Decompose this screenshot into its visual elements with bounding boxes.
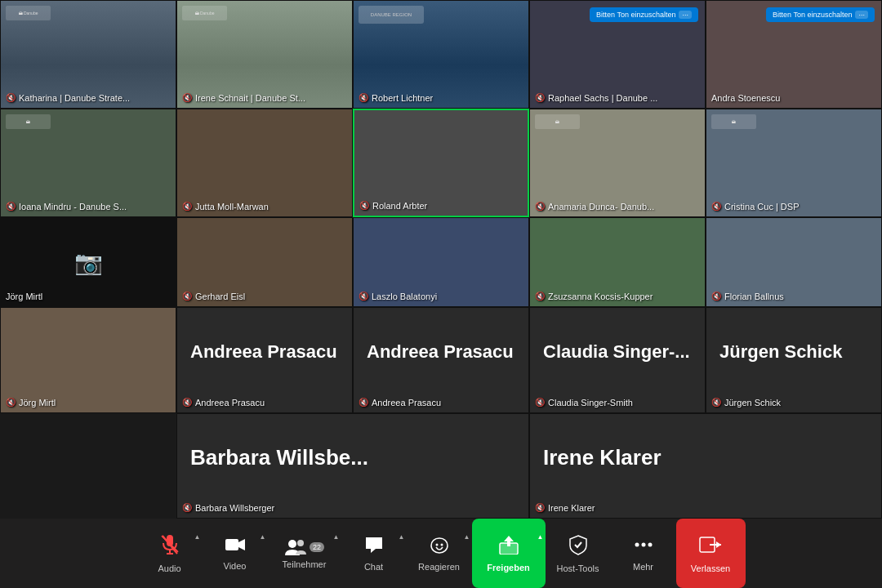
tile-jorg-mirtl-cam: 📷 Jörg Mirtl: [0, 217, 176, 307]
tile-anamaria: 🏔 🔇 Anamaria Dunca- Danub...: [529, 109, 706, 217]
app-container: 🏔 Danube 🔇 Katharina | Danube Strate... …: [0, 0, 882, 588]
tile-florian: 🔇 Florian Ballnus: [706, 217, 882, 307]
teilnehmer-icon: 22: [284, 538, 324, 556]
shield-icon-svg: [568, 534, 588, 555]
toolbar-teilnehmer[interactable]: 22 ▲ Teilnehmer: [268, 519, 341, 588]
react-icon-svg: [430, 536, 449, 554]
mic-off-icon: 🔇: [359, 201, 369, 211]
chat-icon-svg: [364, 536, 384, 554]
react-icon: [430, 536, 449, 559]
toolbar-video[interactable]: ▲ Video: [203, 519, 268, 588]
participant-count-badge: 22: [310, 542, 324, 552]
more-icon-svg: [633, 536, 654, 554]
leave-icon-svg: [698, 534, 723, 555]
mic-off-icon: 🔇: [359, 398, 368, 408]
mic-off-icon: 🔇: [535, 503, 545, 513]
video-row-1: 🏔 Danube 🔇 Katharina | Danube Strate... …: [0, 0, 882, 109]
mic-off-icon: 🔇: [711, 202, 721, 212]
toolbar-mehr[interactable]: Mehr: [611, 519, 676, 588]
mic-off-icon: 🔇: [6, 398, 16, 408]
tile-ioana: 🏔 🔇 Ioana Mindru - Danube S...: [0, 109, 176, 217]
participant-name: 🔇 Irene Schnait | Danube St...: [182, 93, 305, 103]
participant-name: 🔇 Zsuzsanna Kocsis-Kupper: [535, 292, 653, 301]
participant-name: 🔇 Anamaria Dunca- Danub...: [535, 202, 654, 212]
tile-gerhard: 🔇 Gerhard Eisl: [176, 217, 353, 307]
big-name: Andreea Prasacu: [367, 341, 514, 363]
danube-logo: 🏔 Danube: [182, 6, 227, 20]
chevron-icon: ▲: [333, 533, 340, 541]
participant-name: 🔇 Laszlo Balatonyi: [359, 292, 437, 301]
mic-off-icon: 🔇: [535, 292, 545, 301]
toolbar-host-tools[interactable]: Host-Tools: [546, 519, 611, 588]
tile-jurgen: Jürgen Schick 🔇 Jürgen Schick: [706, 307, 882, 413]
participant-name: Jörg Mirtl: [6, 292, 42, 301]
svg-point-6: [288, 540, 296, 548]
big-name: Jürgen Schick: [719, 341, 842, 363]
notify-button[interactable]: Bitten Ton einzuschalten ···: [766, 7, 875, 22]
svg-point-14: [641, 542, 645, 546]
big-name: Claudia Singer-...: [543, 341, 690, 363]
toolbar-audio[interactable]: ▲ Audio: [137, 519, 203, 588]
audio-icon: [161, 534, 179, 560]
share-icon: [498, 535, 519, 559]
participant-name: 🔇 Florian Ballnus: [711, 292, 784, 301]
tile-zsuzsanna: 🔇 Zsuzsanna Kocsis-Kupper: [529, 217, 706, 307]
mic-off-icon: 🔇: [359, 93, 368, 103]
chevron-icon: ▲: [194, 533, 201, 541]
participant-name: 🔇 Roland Arbter: [359, 201, 427, 211]
chevron-icon: ▲: [260, 533, 266, 541]
mic-off-icon: 🔇: [182, 93, 192, 103]
mic-off-icon: 🔇: [359, 292, 368, 301]
toolbar-reagieren[interactable]: ▲ Reagieren: [407, 519, 472, 588]
danube-logo: 🏔: [535, 114, 580, 129]
svg-rect-4: [225, 539, 238, 550]
tile-robert: DANUBE REGION 🔇 Robert Lichtner: [353, 0, 529, 109]
toolbar-verlassen[interactable]: Verlassen: [676, 519, 746, 588]
chevron-icon: ▲: [399, 533, 405, 541]
dots-menu[interactable]: ···: [855, 11, 868, 19]
tile-cristina: 🏔 🔇 Cristina Cuc | DSP: [706, 109, 882, 217]
dots-menu[interactable]: ···: [679, 11, 692, 19]
host-tools-icon: [568, 534, 588, 560]
mic-off-icon: 🔇: [535, 93, 545, 103]
big-name: Andreea Prasacu: [190, 341, 337, 363]
chevron-icon: ▲: [464, 533, 470, 541]
video-row-4: 🔇 Jörg Mirtl Andreea Prasacu 🔇 Andreea P…: [0, 307, 882, 413]
svg-rect-0: [167, 535, 173, 546]
tile-claudia: Claudia Singer-... 🔇 Claudia Singer-Smit…: [529, 307, 706, 413]
mic-off-icon: 🔇: [535, 202, 545, 212]
big-name: Irene Klarer: [543, 445, 662, 470]
tile-andreea1: Andreea Prasacu 🔇 Andreea Prasacu: [176, 307, 353, 413]
participant-name: 🔇 Cristina Cuc | DSP: [711, 202, 800, 212]
tile-jorg-mirtl2: 🔇 Jörg Mirtl: [0, 307, 176, 413]
mic-off-icon: 🔇: [6, 202, 16, 212]
svg-point-15: [648, 542, 652, 546]
tile-roland: 🔇 Roland Arbter: [353, 109, 529, 217]
participant-name: 🔇 Claudia Singer-Smith: [535, 398, 633, 408]
video-row-5: Barbara Willsbe... 🔇 Barbara Willsberger…: [0, 413, 882, 519]
camera-off-icon: 📷: [74, 249, 103, 276]
video-row-3: 📷 Jörg Mirtl 🔇 Gerhard Eisl 🔇 Laszlo Bal…: [0, 217, 882, 307]
participant-name: 🔇 Gerhard Eisl: [182, 292, 245, 301]
participant-name: 🔇 Robert Lichtner: [359, 93, 433, 103]
participant-name: 🔇 Andreea Prasacu: [182, 398, 265, 408]
tile-andreea2: Andreea Prasacu 🔇 Andreea Prasacu: [353, 307, 529, 413]
participant-name: 🔇 Ioana Mindru - Danube S...: [6, 202, 127, 212]
participant-name: 🔇 Andreea Prasacu: [359, 398, 441, 408]
share-icon-svg: [498, 535, 519, 555]
empty-tile: [0, 413, 176, 519]
participant-name: 🔇 Katharina | Danube Strate...: [6, 93, 130, 103]
danube-logo: 🏔: [6, 114, 51, 129]
toolbar-freigeben[interactable]: ▲ Freigeben: [472, 519, 546, 588]
participant-name: 🔇 Jürgen Schick: [711, 398, 781, 408]
mic-off-icon: 🔇: [182, 292, 192, 301]
svg-point-8: [435, 543, 438, 546]
toolbar-chat[interactable]: ▲ Chat: [341, 519, 407, 588]
video-grid: 🏔 Danube 🔇 Katharina | Danube Strate... …: [0, 0, 882, 519]
svg-point-9: [440, 543, 443, 546]
notify-button[interactable]: Bitten Ton einzuschalten ···: [590, 7, 698, 22]
mic-off-icon: 🔇: [182, 503, 192, 513]
mic-icon-svg: [161, 534, 179, 555]
participant-name: Andra Stoenescu: [711, 93, 780, 103]
more-icon: [633, 536, 654, 559]
